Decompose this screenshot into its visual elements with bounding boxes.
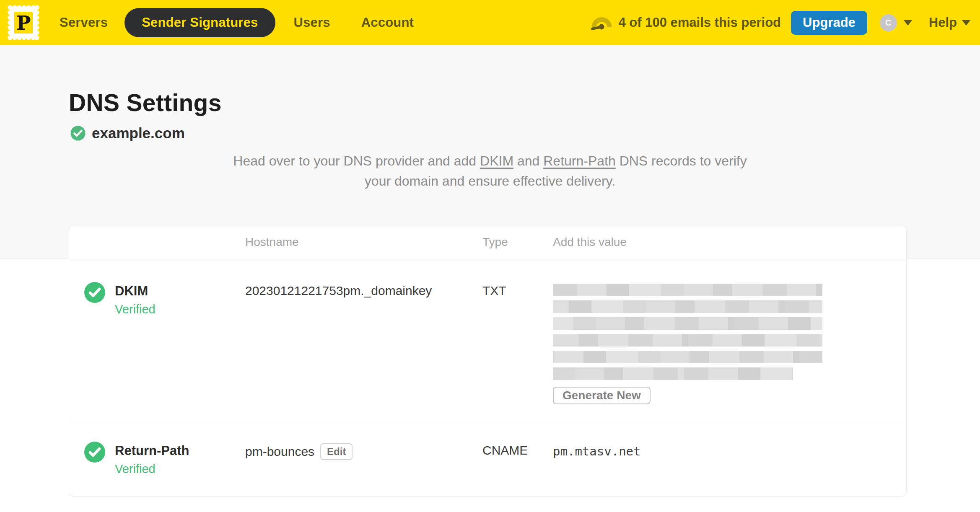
- postmark-logo-icon[interactable]: P: [7, 4, 40, 41]
- nav-item-servers[interactable]: Servers: [60, 15, 108, 30]
- dkim-hostname: 20230121221753pm._domainkey: [245, 284, 482, 298]
- verified-check-icon: [84, 442, 105, 463]
- redacted-bar: [553, 317, 822, 330]
- dkim-value-cell: Generate New: [553, 284, 906, 404]
- table-row-return-path: Return-Path Verified pm-bounces Edit CNA…: [69, 422, 906, 496]
- return-path-hostname: pm-bounces: [245, 445, 314, 459]
- nav-item-users[interactable]: Users: [294, 15, 330, 30]
- upgrade-button[interactable]: Upgrade: [791, 11, 867, 35]
- account-menu[interactable]: C: [880, 14, 912, 31]
- redacted-bar: [553, 300, 822, 313]
- nav-item-account[interactable]: Account: [361, 15, 414, 30]
- dkim-type: TXT: [482, 284, 553, 298]
- avatar[interactable]: C: [880, 14, 897, 31]
- dkim-link[interactable]: DKIM: [480, 153, 513, 168]
- nav-item-sender-signatures[interactable]: Sender Signatures: [124, 8, 275, 37]
- chevron-down-icon: [962, 20, 970, 26]
- help-menu[interactable]: Help: [929, 15, 970, 30]
- usage-counter: 4 of 100 emails this period: [618, 15, 781, 30]
- page-title: DNS Settings: [69, 89, 222, 116]
- redacted-bar: [553, 367, 793, 380]
- app-root: P Servers Sender Signatures Users Accoun…: [0, 0, 980, 512]
- edit-button[interactable]: Edit: [320, 443, 353, 460]
- return-path-type: CNAME: [482, 443, 553, 458]
- svg-text:P: P: [16, 12, 31, 34]
- return-path-value: pm.mtasv.net: [553, 443, 906, 458]
- chevron-down-icon: [904, 20, 912, 26]
- return-path-status-cell: Return-Path Verified: [69, 443, 245, 476]
- verified-check-icon: [84, 282, 105, 303]
- dns-records-card: Hostname Type Add this value DKIM Verifi…: [69, 225, 907, 496]
- status-badge: Verified: [115, 303, 156, 316]
- table-row-dkim: DKIM Verified 20230121221753pm._domainke…: [69, 259, 906, 422]
- help-label: Help: [929, 15, 957, 30]
- intro-part1: Head over to your DNS provider and add: [233, 153, 480, 168]
- gauge-icon: [591, 14, 612, 31]
- redacted-bar: [553, 334, 822, 347]
- table-header-row: Hostname Type Add this value: [69, 225, 906, 259]
- nav-links: Servers Sender Signatures Users Account: [60, 8, 414, 37]
- top-nav: P Servers Sender Signatures Users Accoun…: [0, 0, 980, 45]
- record-name: DKIM: [115, 284, 156, 299]
- verified-seal-icon: [69, 124, 87, 142]
- return-path-link[interactable]: Return-Path: [543, 153, 616, 168]
- generate-new-button[interactable]: Generate New: [553, 387, 651, 404]
- domain-name: example.com: [92, 125, 185, 142]
- nav-right: 4 of 100 emails this period Upgrade C He…: [591, 11, 970, 35]
- dkim-status-cell: DKIM Verified: [69, 284, 245, 316]
- record-name: Return-Path: [115, 443, 189, 458]
- status-badge: Verified: [115, 462, 189, 476]
- column-header-type: Type: [482, 235, 553, 249]
- return-path-hostname-cell: pm-bounces Edit: [245, 443, 482, 460]
- intro-part2: and: [513, 153, 543, 168]
- domain-row: example.com: [69, 124, 185, 142]
- redacted-bar: [553, 351, 822, 363]
- redacted-bar: [553, 284, 822, 296]
- intro-text: Head over to your DNS provider and add D…: [0, 151, 980, 191]
- column-header-hostname: Hostname: [245, 235, 482, 249]
- redacted-dkim-value: [553, 284, 822, 380]
- column-header-value: Add this value: [553, 235, 906, 249]
